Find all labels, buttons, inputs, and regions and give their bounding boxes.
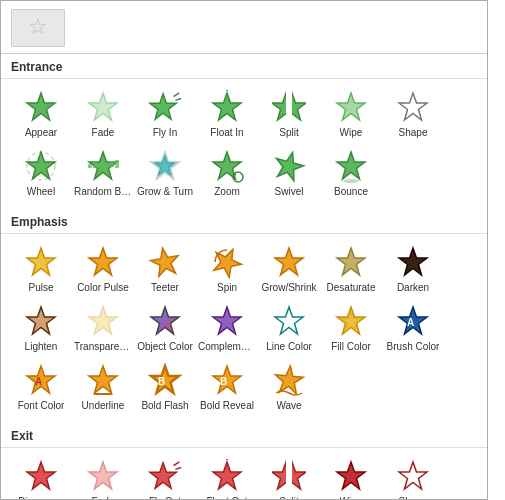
anim-item-underline[interactable]: Underline bbox=[73, 358, 133, 415]
none-option[interactable]: ☆ bbox=[11, 9, 65, 47]
anim-label: Disappear bbox=[18, 496, 64, 500]
svg-point-12 bbox=[343, 179, 359, 183]
anim-icon: B bbox=[209, 362, 245, 398]
anim-item-zoom[interactable]: Zoom bbox=[197, 144, 257, 201]
anim-item-float-in[interactable]: Float In bbox=[197, 85, 257, 142]
anim-item-darken[interactable]: Darken bbox=[383, 240, 443, 297]
anim-label: Bold Flash bbox=[141, 400, 188, 411]
anim-icon bbox=[85, 303, 121, 339]
anim-icon bbox=[85, 362, 121, 398]
section-grid-entrance: AppearFade Fly InFloat In SplitWipeShape… bbox=[1, 79, 487, 209]
anim-item-random-bars[interactable]: Random Bars bbox=[73, 144, 133, 201]
anim-icon bbox=[395, 89, 431, 125]
anim-icon bbox=[23, 89, 59, 125]
anim-item-wave[interactable]: Wave bbox=[259, 358, 319, 415]
anim-label: Underline bbox=[82, 400, 125, 411]
anim-label: Shape bbox=[399, 127, 428, 138]
anim-item-line-color[interactable]: Line Color bbox=[259, 299, 319, 356]
svg-text:A: A bbox=[35, 376, 42, 387]
anim-item-object-color[interactable]: Object Color bbox=[135, 299, 195, 356]
anim-label: Fly Out bbox=[149, 496, 181, 500]
anim-item-brush-color[interactable]: A Brush Color bbox=[383, 299, 443, 356]
section-header-entrance: Entrance bbox=[1, 54, 487, 79]
anim-label: Brush Color bbox=[387, 341, 440, 352]
anim-icon bbox=[333, 244, 369, 280]
anim-icon bbox=[209, 244, 245, 280]
anim-item-bold-reveal[interactable]: B Bold Reveal bbox=[197, 358, 257, 415]
anim-icon bbox=[271, 303, 307, 339]
anim-item-font-color[interactable]: A Font Color bbox=[11, 358, 71, 415]
anim-label: Transparency bbox=[74, 341, 132, 352]
anim-icon bbox=[271, 362, 307, 398]
anim-icon bbox=[395, 458, 431, 494]
anim-label: Wipe bbox=[340, 496, 363, 500]
anim-label: Swivel bbox=[275, 186, 304, 197]
anim-item-shape[interactable]: Shape bbox=[383, 85, 443, 142]
anim-item-split[interactable]: Split bbox=[259, 454, 319, 500]
anim-icon: B bbox=[147, 362, 183, 398]
anim-icon bbox=[333, 89, 369, 125]
anim-icon bbox=[271, 89, 307, 125]
anim-item-bounce[interactable]: Bounce bbox=[321, 144, 381, 201]
anim-label: Zoom bbox=[214, 186, 240, 197]
anim-label: Fill Color bbox=[331, 341, 370, 352]
anim-item-fade[interactable]: Fade bbox=[73, 85, 133, 142]
anim-item-fade[interactable]: Fade bbox=[73, 454, 133, 500]
anim-item-transparency[interactable]: Transparency bbox=[73, 299, 133, 356]
anim-label: Fly In bbox=[153, 127, 177, 138]
anim-item-shape[interactable]: Shape bbox=[383, 454, 443, 500]
anim-item-disappear[interactable]: Disappear bbox=[11, 454, 71, 500]
anim-icon bbox=[147, 89, 183, 125]
anim-icon bbox=[209, 458, 245, 494]
anim-item-grow---turn[interactable]: Grow & Turn bbox=[135, 144, 195, 201]
anim-label: Appear bbox=[25, 127, 57, 138]
anim-label: Darken bbox=[397, 282, 429, 293]
anim-icon bbox=[147, 458, 183, 494]
anim-label: Grow & Turn bbox=[137, 186, 193, 197]
anim-icon bbox=[209, 89, 245, 125]
section-entrance: EntranceAppearFade Fly InFloat In SplitW… bbox=[1, 54, 487, 209]
anim-item-fly-out[interactable]: Fly Out bbox=[135, 454, 195, 500]
section-header-exit: Exit bbox=[1, 423, 487, 448]
anim-item-teeter[interactable]: Teeter bbox=[135, 240, 195, 297]
none-star-icon: ☆ bbox=[28, 14, 48, 40]
anim-item-pulse[interactable]: Pulse bbox=[11, 240, 71, 297]
anim-label: Fade bbox=[92, 496, 115, 500]
anim-item-swivel[interactable]: Swivel bbox=[259, 144, 319, 201]
anim-icon bbox=[147, 303, 183, 339]
anim-label: Complemen... bbox=[198, 341, 256, 352]
section-grid-exit: DisappearFade Fly OutFloat Out SplitWipe… bbox=[1, 448, 487, 500]
svg-line-1 bbox=[175, 98, 181, 100]
svg-text:B: B bbox=[220, 376, 227, 387]
anim-label: Bounce bbox=[334, 186, 368, 197]
anim-item-wheel[interactable]: Wheel bbox=[11, 144, 71, 201]
anim-item-lighten[interactable]: Lighten bbox=[11, 299, 71, 356]
anim-icon bbox=[23, 244, 59, 280]
anim-label: Line Color bbox=[266, 341, 312, 352]
svg-text:B: B bbox=[158, 376, 165, 387]
anim-item-bold-flash[interactable]: B Bold Flash bbox=[135, 358, 195, 415]
anim-item-wipe[interactable]: Wipe bbox=[321, 454, 381, 500]
svg-line-19 bbox=[175, 467, 181, 469]
anim-item-appear[interactable]: Appear bbox=[11, 85, 71, 142]
anim-label: Desaturate bbox=[327, 282, 376, 293]
anim-item-desaturate[interactable]: Desaturate bbox=[321, 240, 381, 297]
anim-label: Split bbox=[279, 127, 298, 138]
svg-rect-8 bbox=[110, 162, 114, 167]
anim-item-split[interactable]: Split bbox=[259, 85, 319, 142]
animation-panel[interactable]: ☆ EntranceAppearFade Fly InFloat In Spli… bbox=[0, 0, 488, 500]
anim-item-spin[interactable]: Spin bbox=[197, 240, 257, 297]
anim-item-float-out[interactable]: Float Out bbox=[197, 454, 257, 500]
anim-item-complemen---[interactable]: Complemen... bbox=[197, 299, 257, 356]
anim-icon: A bbox=[395, 303, 431, 339]
anim-label: Teeter bbox=[151, 282, 179, 293]
anim-item-color-pulse[interactable]: Color Pulse bbox=[73, 240, 133, 297]
none-section: ☆ bbox=[1, 1, 487, 54]
anim-item-fill-color[interactable]: Fill Color bbox=[321, 299, 381, 356]
anim-item-wipe[interactable]: Wipe bbox=[321, 85, 381, 142]
anim-item-grow-shrink[interactable]: Grow/Shrink bbox=[259, 240, 319, 297]
anim-icon bbox=[271, 244, 307, 280]
anim-icon bbox=[85, 148, 121, 184]
anim-item-fly-in[interactable]: Fly In bbox=[135, 85, 195, 142]
section-header-emphasis: Emphasis bbox=[1, 209, 487, 234]
